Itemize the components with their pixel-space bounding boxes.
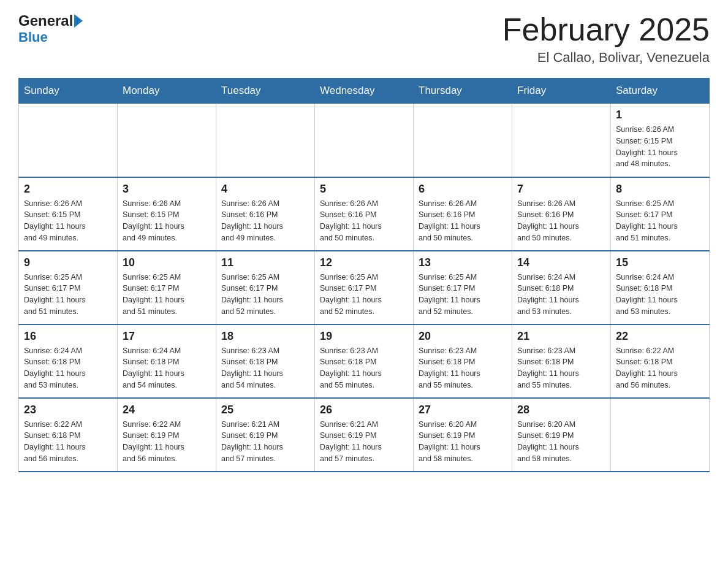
- calendar-cell: 17Sunrise: 6:24 AM Sunset: 6:18 PM Dayli…: [118, 324, 216, 398]
- day-number: 28: [517, 404, 605, 416]
- day-number: 12: [320, 256, 408, 269]
- calendar-cell: 28Sunrise: 6:20 AM Sunset: 6:19 PM Dayli…: [512, 398, 611, 472]
- calendar-cell: 2Sunrise: 6:26 AM Sunset: 6:15 PM Daylig…: [19, 177, 118, 251]
- calendar-cell: 12Sunrise: 6:25 AM Sunset: 6:17 PM Dayli…: [315, 251, 414, 324]
- calendar-cell: 9Sunrise: 6:25 AM Sunset: 6:17 PM Daylig…: [19, 251, 118, 324]
- calendar-cell: 15Sunrise: 6:24 AM Sunset: 6:18 PM Dayli…: [611, 251, 710, 324]
- week-row-5: 23Sunrise: 6:22 AM Sunset: 6:18 PM Dayli…: [19, 398, 710, 472]
- calendar-cell: [315, 104, 414, 177]
- day-info: Sunrise: 6:23 AM Sunset: 6:18 PM Dayligh…: [320, 345, 408, 391]
- calendar-cell: 7Sunrise: 6:26 AM Sunset: 6:16 PM Daylig…: [512, 177, 611, 251]
- calendar-cell: 5Sunrise: 6:26 AM Sunset: 6:16 PM Daylig…: [315, 177, 414, 251]
- calendar-cell: 26Sunrise: 6:21 AM Sunset: 6:19 PM Dayli…: [315, 398, 414, 472]
- calendar-cell: 13Sunrise: 6:25 AM Sunset: 6:17 PM Dayli…: [414, 251, 512, 324]
- calendar-cell: 6Sunrise: 6:26 AM Sunset: 6:16 PM Daylig…: [414, 177, 512, 251]
- calendar-cell: [512, 104, 611, 177]
- day-number: 11: [221, 256, 309, 269]
- weekday-header-wednesday: Wednesday: [315, 79, 414, 104]
- day-number: 24: [123, 404, 211, 416]
- day-info: Sunrise: 6:25 AM Sunset: 6:17 PM Dayligh…: [616, 198, 704, 244]
- week-row-1: 1Sunrise: 6:26 AM Sunset: 6:15 PM Daylig…: [19, 104, 710, 177]
- day-number: 2: [24, 183, 112, 196]
- day-info: Sunrise: 6:23 AM Sunset: 6:18 PM Dayligh…: [221, 345, 309, 391]
- day-number: 8: [616, 183, 704, 196]
- title-section: February 2025 El Callao, Bolivar, Venezu…: [502, 12, 710, 66]
- day-number: 5: [320, 183, 408, 196]
- weekday-header-thursday: Thursday: [414, 79, 512, 104]
- day-info: Sunrise: 6:23 AM Sunset: 6:18 PM Dayligh…: [517, 345, 605, 391]
- day-info: Sunrise: 6:22 AM Sunset: 6:19 PM Dayligh…: [123, 419, 211, 465]
- week-row-2: 2Sunrise: 6:26 AM Sunset: 6:15 PM Daylig…: [19, 177, 710, 251]
- day-info: Sunrise: 6:25 AM Sunset: 6:17 PM Dayligh…: [123, 272, 211, 318]
- day-number: 9: [24, 256, 112, 269]
- day-number: 16: [24, 330, 112, 343]
- week-row-3: 9Sunrise: 6:25 AM Sunset: 6:17 PM Daylig…: [19, 251, 710, 324]
- calendar-cell: 1Sunrise: 6:26 AM Sunset: 6:15 PM Daylig…: [611, 104, 710, 177]
- day-info: Sunrise: 6:26 AM Sunset: 6:15 PM Dayligh…: [123, 198, 211, 244]
- day-info: Sunrise: 6:24 AM Sunset: 6:18 PM Dayligh…: [24, 345, 112, 391]
- weekday-header-friday: Friday: [512, 79, 611, 104]
- calendar-cell: 23Sunrise: 6:22 AM Sunset: 6:18 PM Dayli…: [19, 398, 118, 472]
- day-number: 27: [419, 404, 507, 416]
- day-number: 17: [123, 330, 211, 343]
- week-row-4: 16Sunrise: 6:24 AM Sunset: 6:18 PM Dayli…: [19, 324, 710, 398]
- logo-blue-text: Blue: [18, 29, 48, 45]
- day-info: Sunrise: 6:26 AM Sunset: 6:16 PM Dayligh…: [517, 198, 605, 244]
- page-header: General Blue February 2025 El Callao, Bo…: [18, 12, 710, 66]
- day-info: Sunrise: 6:25 AM Sunset: 6:17 PM Dayligh…: [24, 272, 112, 318]
- day-number: 26: [320, 404, 408, 416]
- day-info: Sunrise: 6:20 AM Sunset: 6:19 PM Dayligh…: [419, 419, 507, 465]
- day-info: Sunrise: 6:22 AM Sunset: 6:18 PM Dayligh…: [24, 419, 112, 465]
- calendar-cell: 21Sunrise: 6:23 AM Sunset: 6:18 PM Dayli…: [512, 324, 611, 398]
- logo-arrow-icon: [74, 14, 83, 28]
- calendar-cell: 11Sunrise: 6:25 AM Sunset: 6:17 PM Dayli…: [216, 251, 315, 324]
- day-number: 25: [221, 404, 309, 416]
- day-number: 21: [517, 330, 605, 343]
- day-info: Sunrise: 6:24 AM Sunset: 6:18 PM Dayligh…: [616, 272, 704, 318]
- day-number: 18: [221, 330, 309, 343]
- calendar-cell: 8Sunrise: 6:25 AM Sunset: 6:17 PM Daylig…: [611, 177, 710, 251]
- calendar-cell: 25Sunrise: 6:21 AM Sunset: 6:19 PM Dayli…: [216, 398, 315, 472]
- calendar-cell: [414, 104, 512, 177]
- weekday-header-row: SundayMondayTuesdayWednesdayThursdayFrid…: [19, 79, 710, 104]
- day-number: 14: [517, 256, 605, 269]
- calendar-cell: 20Sunrise: 6:23 AM Sunset: 6:18 PM Dayli…: [414, 324, 512, 398]
- day-number: 19: [320, 330, 408, 343]
- day-number: 20: [419, 330, 507, 343]
- calendar-cell: 4Sunrise: 6:26 AM Sunset: 6:16 PM Daylig…: [216, 177, 315, 251]
- day-number: 3: [123, 183, 211, 196]
- day-number: 4: [221, 183, 309, 196]
- day-info: Sunrise: 6:26 AM Sunset: 6:16 PM Dayligh…: [320, 198, 408, 244]
- calendar-cell: 24Sunrise: 6:22 AM Sunset: 6:19 PM Dayli…: [118, 398, 216, 472]
- day-number: 7: [517, 183, 605, 196]
- day-info: Sunrise: 6:25 AM Sunset: 6:17 PM Dayligh…: [419, 272, 507, 318]
- day-info: Sunrise: 6:25 AM Sunset: 6:17 PM Dayligh…: [221, 272, 309, 318]
- calendar-title: February 2025: [502, 12, 710, 47]
- calendar-subtitle: El Callao, Bolivar, Venezuela: [502, 50, 710, 66]
- day-number: 23: [24, 404, 112, 416]
- calendar-table: SundayMondayTuesdayWednesdayThursdayFrid…: [18, 78, 710, 472]
- calendar-cell: 16Sunrise: 6:24 AM Sunset: 6:18 PM Dayli…: [19, 324, 118, 398]
- weekday-header-monday: Monday: [118, 79, 216, 104]
- calendar-cell: 18Sunrise: 6:23 AM Sunset: 6:18 PM Dayli…: [216, 324, 315, 398]
- day-info: Sunrise: 6:24 AM Sunset: 6:18 PM Dayligh…: [123, 345, 211, 391]
- weekday-header-tuesday: Tuesday: [216, 79, 315, 104]
- calendar-cell: 27Sunrise: 6:20 AM Sunset: 6:19 PM Dayli…: [414, 398, 512, 472]
- calendar-cell: 3Sunrise: 6:26 AM Sunset: 6:15 PM Daylig…: [118, 177, 216, 251]
- day-info: Sunrise: 6:24 AM Sunset: 6:18 PM Dayligh…: [517, 272, 605, 318]
- day-number: 10: [123, 256, 211, 269]
- logo: General Blue: [18, 12, 84, 45]
- day-info: Sunrise: 6:26 AM Sunset: 6:16 PM Dayligh…: [221, 198, 309, 244]
- day-info: Sunrise: 6:20 AM Sunset: 6:19 PM Dayligh…: [517, 419, 605, 465]
- calendar-cell: [216, 104, 315, 177]
- day-info: Sunrise: 6:26 AM Sunset: 6:15 PM Dayligh…: [616, 124, 704, 170]
- day-info: Sunrise: 6:26 AM Sunset: 6:15 PM Dayligh…: [24, 198, 112, 244]
- calendar-cell: 10Sunrise: 6:25 AM Sunset: 6:17 PM Dayli…: [118, 251, 216, 324]
- day-info: Sunrise: 6:22 AM Sunset: 6:18 PM Dayligh…: [616, 345, 704, 391]
- calendar-cell: [19, 104, 118, 177]
- day-number: 6: [419, 183, 507, 196]
- weekday-header-saturday: Saturday: [611, 79, 710, 104]
- day-info: Sunrise: 6:23 AM Sunset: 6:18 PM Dayligh…: [419, 345, 507, 391]
- calendar-cell: [118, 104, 216, 177]
- calendar-cell: [611, 398, 710, 472]
